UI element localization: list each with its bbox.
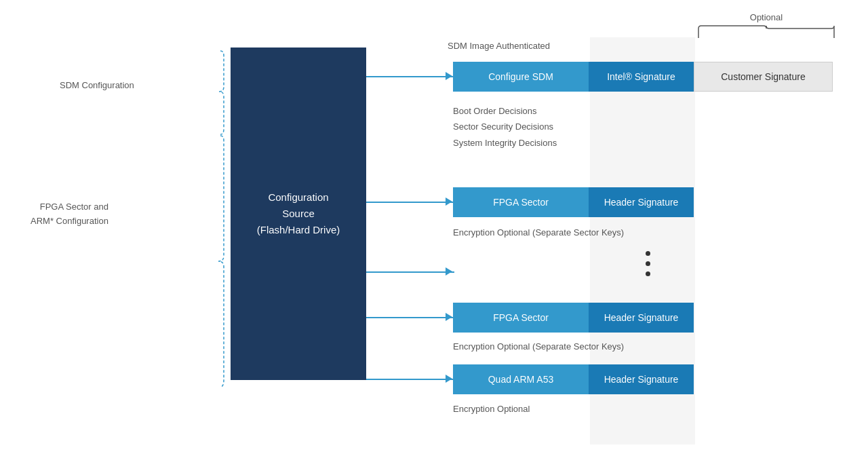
fpga-brace-svg [112, 132, 231, 390]
encryption-optional-label-2: Encryption Optional (Separate Sector Key… [453, 341, 624, 352]
config-source-box: Configuration Source (Flash/Hard Drive) [231, 48, 366, 380]
arrow-row2 [366, 202, 454, 203]
header-sig-block-row2: Header Signature [589, 187, 694, 217]
sector-security-label: Sector Security Decisions [453, 119, 557, 134]
sdm-image-label: SDM Image Authenticated [448, 41, 550, 51]
system-integrity-label: System Integrity Decisions [453, 135, 557, 151]
boot-order-label: Boot Order Decisions [453, 103, 557, 119]
optional-label: Optional [695, 12, 837, 22]
dot-1 [646, 251, 650, 256]
customer-signature-block: Customer Signature [694, 62, 833, 92]
encryption-optional-label-3: Encryption Optional [453, 404, 530, 414]
header-sig-block-row4: Header Signature [589, 303, 694, 333]
fpga-arm-label: FPGA Sector and ARM* Configuration [31, 200, 108, 229]
arrow-row3-dots [366, 271, 454, 273]
intel-signature-block: Intel® Signature [589, 62, 694, 92]
arrowhead-row2 [446, 197, 452, 206]
arrowhead-row3-dots [446, 267, 452, 276]
sdm-config-label: SDM Configuration [60, 80, 134, 90]
dots-area [646, 251, 650, 276]
arrowhead-row4 [446, 313, 452, 321]
optional-brace-svg [695, 24, 837, 39]
arrow-row4 [366, 317, 454, 318]
arrowhead-row5 [446, 375, 452, 383]
dot-3 [646, 271, 650, 276]
quad-arm-block: Quad ARM A53 [453, 364, 589, 394]
configure-sdm-block: Configure SDM [453, 62, 589, 92]
arrow-row1 [366, 76, 454, 77]
fpga-sector-block-row2: FPGA Sector [453, 187, 589, 217]
arrowhead-row1 [446, 72, 452, 80]
arrow-row5 [366, 379, 454, 380]
header-sig-block-row5: Header Signature [589, 364, 694, 394]
fpga-sector-block-row4: FPGA Sector [453, 303, 589, 333]
dot-2 [646, 261, 650, 266]
optional-area: Optional [695, 12, 837, 42]
sdm-brace-svg [125, 48, 231, 136]
encryption-optional-label-1: Encryption Optional (Separate Sector Key… [453, 227, 624, 238]
decisions-labels: Boot Order Decisions Sector Security Dec… [453, 103, 557, 151]
diagram-container: { "title": "SDM Image Configuration Diag… [0, 0, 868, 454]
